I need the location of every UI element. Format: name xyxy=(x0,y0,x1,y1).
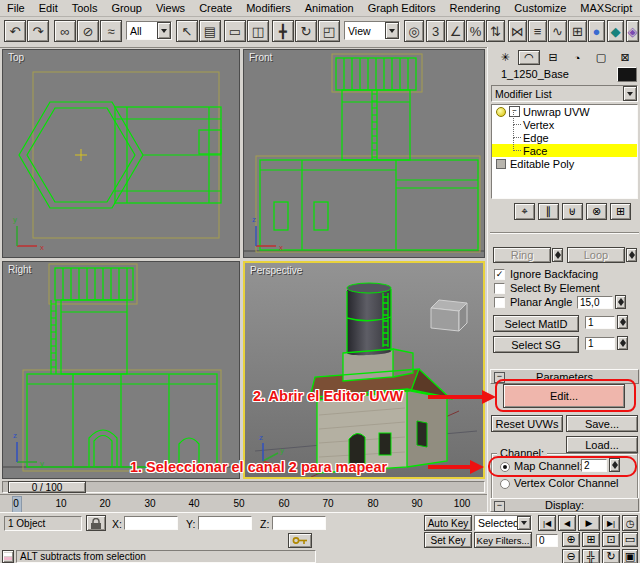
zoom-icon[interactable]: ⊕ xyxy=(562,532,580,547)
load-uvws-button[interactable]: Load... xyxy=(566,436,638,453)
select-and-link-icon[interactable]: ∞ xyxy=(54,20,76,42)
sg-field[interactable] xyxy=(585,337,615,350)
ring-spinner[interactable] xyxy=(552,248,563,262)
reference-coordinate-arrow-icon[interactable] xyxy=(385,22,399,39)
set-keys-button[interactable] xyxy=(288,533,312,548)
key-filters-button[interactable]: Key Filters... xyxy=(474,532,532,548)
ring-button[interactable]: Ring xyxy=(493,247,551,263)
zoom-all-icon[interactable]: ⊞ xyxy=(582,532,600,547)
render-setup-icon[interactable]: ◆ xyxy=(607,20,624,42)
percent-snap-icon[interactable]: % xyxy=(466,20,485,42)
go-to-end-button[interactable]: ▶| xyxy=(602,515,620,531)
align-icon[interactable]: ≡ xyxy=(528,20,547,42)
select-sg-button[interactable]: Select SG xyxy=(493,336,579,353)
select-by-element-checkbox[interactable] xyxy=(494,283,505,294)
menu-modifiers[interactable]: Modifiers xyxy=(239,0,298,16)
viewport-right[interactable]: y z Right xyxy=(2,261,240,479)
spinner-snap-icon[interactable]: ⇅ xyxy=(486,20,505,42)
current-frame-field[interactable] xyxy=(536,534,558,547)
angle-snap-icon[interactable]: ∠ xyxy=(446,20,465,42)
select-and-scale-icon[interactable]: ◰ xyxy=(318,20,340,42)
show-end-result-button[interactable]: ∥ xyxy=(538,203,559,220)
vertex-color-channel-radio[interactable] xyxy=(500,479,510,489)
viewport-perspective-label[interactable]: Perspective xyxy=(250,265,302,276)
modifier-list-arrow-icon[interactable] xyxy=(623,86,637,101)
modifier-enabled-bulb-icon[interactable] xyxy=(496,107,506,117)
rectangular-selection-region-icon[interactable]: ▭ xyxy=(224,20,246,42)
viewport-right-label[interactable]: Right xyxy=(8,264,31,275)
remove-modifier-button[interactable]: ⊗ xyxy=(586,203,607,220)
zoom-region-icon[interactable]: ▭ xyxy=(622,532,638,547)
menu-maxscript[interactable]: MAXScript xyxy=(573,0,639,16)
previous-frame-button[interactable]: ◀ xyxy=(558,515,576,531)
mirror-icon[interactable]: ⋈ xyxy=(508,20,527,42)
auto-key-button[interactable]: Auto Key xyxy=(424,515,472,531)
menu-customize[interactable]: Customize xyxy=(507,0,573,16)
planar-angle-field[interactable] xyxy=(577,296,613,309)
track-bar[interactable]: 0 10 20 30 40 50 60 70 80 90 100 xyxy=(0,494,487,514)
menu-views[interactable]: Views xyxy=(149,0,192,16)
use-pivot-center-icon[interactable]: ◎ xyxy=(404,20,424,42)
menu-graph-editors[interactable]: Graph Editors xyxy=(361,0,443,16)
modifier-list-dropdown[interactable]: Modifier List xyxy=(491,85,638,102)
tab-create[interactable]: ✳ xyxy=(494,50,516,65)
sg-spinner[interactable] xyxy=(617,336,628,350)
stack-item-editable-poly[interactable]: Editable Poly xyxy=(492,157,637,170)
set-key-button[interactable]: Set Key xyxy=(424,532,472,548)
menu-rendering[interactable]: Rendering xyxy=(443,0,508,16)
tab-display[interactable]: ▢ xyxy=(590,50,612,65)
ignore-backfacing-checkbox[interactable]: ✓ xyxy=(494,269,505,280)
viewport-front-label[interactable]: Front xyxy=(249,52,272,63)
viewport-front[interactable]: x z Front xyxy=(243,49,485,258)
unlink-selection-icon[interactable]: ⊘ xyxy=(77,20,99,42)
mini-listener-icon[interactable] xyxy=(2,550,14,563)
tab-modify[interactable]: ◠ xyxy=(518,50,540,65)
redo-icon[interactable]: ↷ xyxy=(27,20,49,42)
time-configuration-icon[interactable]: ◷ xyxy=(622,515,638,531)
planar-angle-spinner[interactable] xyxy=(615,295,626,309)
tab-motion[interactable]: ◔ xyxy=(566,50,588,65)
schematic-view-icon[interactable]: ⊞ xyxy=(568,20,587,42)
material-editor-icon[interactable]: ● xyxy=(588,20,605,42)
menu-group[interactable]: Group xyxy=(104,0,149,16)
viewport-top[interactable]: x y Top xyxy=(2,49,240,258)
snap-toggle-icon[interactable]: 3 xyxy=(426,20,445,42)
curve-editor-icon[interactable]: ∿ xyxy=(548,20,567,42)
go-to-start-button[interactable]: |◀ xyxy=(538,515,556,531)
reference-coordinate-dropdown[interactable]: View xyxy=(344,21,400,40)
tab-utilities[interactable]: ⊠ xyxy=(614,50,636,65)
pin-stack-button[interactable]: ⌖ xyxy=(514,203,535,220)
viewport-top-label[interactable]: Top xyxy=(8,52,24,63)
time-slider-handle[interactable]: 0 / 100 xyxy=(8,481,86,493)
select-object-icon[interactable]: ↖ xyxy=(176,20,198,42)
selection-set-dropdown[interactable]: Selected xyxy=(474,515,532,531)
select-matid-button[interactable]: Select MatID xyxy=(493,315,579,332)
save-uvws-button[interactable]: Save... xyxy=(566,415,638,432)
loop-spinner[interactable] xyxy=(626,248,637,262)
menu-file[interactable]: File xyxy=(0,0,32,16)
selection-filter-dropdown[interactable]: All xyxy=(126,21,172,40)
tab-hierarchy[interactable]: ⊟ xyxy=(542,50,564,65)
window-crossing-icon[interactable]: ◫ xyxy=(247,20,269,42)
reset-uvws-button[interactable]: Reset UVWs xyxy=(491,415,563,432)
select-and-rotate-icon[interactable]: ↻ xyxy=(295,20,317,42)
x-coord-field[interactable] xyxy=(124,516,178,530)
selection-set-arrow-icon[interactable] xyxy=(517,516,531,530)
matid-spinner[interactable] xyxy=(617,315,628,329)
menu-create[interactable]: Create xyxy=(192,0,239,16)
matid-field[interactable] xyxy=(585,316,615,329)
select-and-move-icon[interactable]: ╋ xyxy=(272,20,294,42)
quick-render-icon[interactable]: ◈ xyxy=(626,20,639,42)
selection-filter-arrow-icon[interactable] xyxy=(157,22,171,39)
object-color-swatch[interactable] xyxy=(617,67,637,82)
zoom-out-icon[interactable]: ⊖ xyxy=(562,549,580,563)
bind-to-spacewarp-icon[interactable]: ≈ xyxy=(100,20,122,42)
z-coord-field[interactable] xyxy=(272,516,326,530)
arc-rotate-icon[interactable]: ↻ xyxy=(602,549,620,563)
play-button[interactable]: ▶ xyxy=(578,515,600,531)
stack-subobject-face[interactable]: Face xyxy=(492,144,637,157)
menu-tools[interactable]: Tools xyxy=(65,0,105,16)
planar-angle-checkbox[interactable] xyxy=(494,297,505,308)
menu-edit[interactable]: Edit xyxy=(32,0,65,16)
viewport-perspective[interactable]: x y z Perspective xyxy=(243,261,485,479)
